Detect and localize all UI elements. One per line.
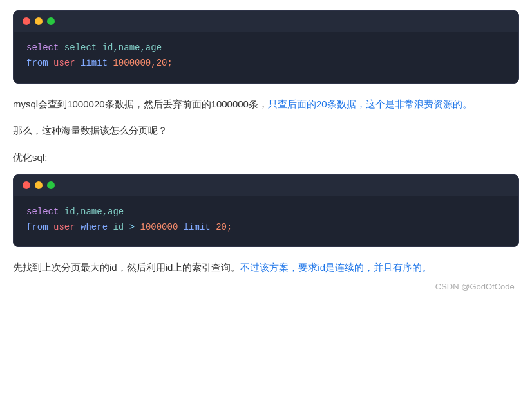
- code-line-1-2: from user limit 1000000,20;: [26, 56, 506, 71]
- prose-1-part2: 只查后面的20条数据，这个是非常浪费资源的。: [268, 98, 472, 109]
- table-user-1: user: [53, 58, 75, 68]
- code-block-2: select id,name,age from user where id > …: [13, 174, 519, 248]
- prose-4-part2: 不过该方案，要求id是连续的，并且有序的。: [240, 262, 432, 273]
- keyword-select-1: select: [26, 42, 59, 53]
- prose-2: 那么，这种海量数据该怎么分页呢？: [13, 122, 519, 140]
- title-bar-2: [14, 175, 518, 196]
- dot-green-1: [47, 17, 55, 25]
- code-line-2-2: from user where id > 1000000 limit 20;: [26, 220, 506, 235]
- code-body-2: select id,name,age from user where id > …: [14, 196, 518, 247]
- dot-red-2: [23, 181, 30, 189]
- dot-red-1: [23, 17, 30, 25]
- keyword-limit-2: limit: [184, 222, 211, 232]
- number-2: 1000000: [140, 222, 178, 232]
- limit-nums-1: 1000000,20;: [113, 58, 172, 68]
- col-id-2: id: [113, 222, 124, 232]
- keyword-from-2: from: [26, 222, 48, 232]
- footer-text: CSDN @GodOfCode_: [435, 282, 519, 291]
- title-bar-1: [14, 11, 518, 32]
- code-body-1: select select id,name,age from user limi…: [14, 32, 518, 83]
- code-line-2-1: select id,name,age: [26, 205, 506, 220]
- prose-4: 先找到上次分页最大的id，然后利用id上的索引查询。不过该方案，要求id是连续的…: [13, 259, 519, 277]
- prose-1-part1: mysql会查到1000020条数据，然后丢弃前面的1000000条，: [13, 98, 268, 109]
- footer-row: CSDN @GodOfCode_: [13, 282, 519, 291]
- prose-footer-container: 先找到上次分页最大的id，然后利用id上的索引查询。不过该方案，要求id是连续的…: [13, 259, 519, 291]
- keyword-select-2: select: [26, 206, 59, 217]
- prose-3: 优化sql:: [13, 149, 519, 167]
- dot-yellow-1: [35, 17, 43, 25]
- keyword-where-2: where: [81, 222, 108, 232]
- table-user-2: user: [53, 222, 75, 232]
- keyword-limit-1: limit: [81, 58, 108, 68]
- keyword-from-1: from: [26, 58, 48, 68]
- prose-4-part1: 先找到上次分页最大的id，然后利用id上的索引查询。: [13, 262, 240, 273]
- col-names-2: id,name,age: [64, 206, 124, 217]
- code-line-1-1: select select id,name,age: [26, 41, 506, 56]
- prose-2-text: 那么，这种海量数据该怎么分页呢？: [13, 125, 167, 136]
- prose-1: mysql会查到1000020条数据，然后丢弃前面的1000000条，只查后面的…: [13, 95, 519, 113]
- dot-green-2: [47, 181, 55, 189]
- operator-2: >: [129, 222, 135, 232]
- dot-yellow-2: [35, 181, 43, 189]
- limit-num-2: 20;: [216, 222, 232, 232]
- col-names-1: select id,name,age: [64, 42, 162, 53]
- code-block-1: select select id,name,age from user limi…: [13, 10, 519, 84]
- prose-3-text: 优化sql:: [13, 152, 47, 163]
